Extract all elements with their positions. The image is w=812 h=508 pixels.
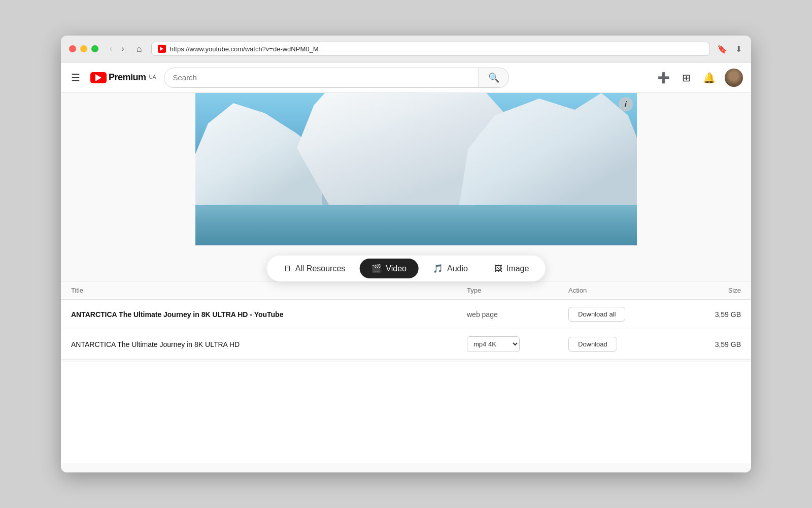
close-button[interactable]	[69, 45, 76, 52]
add-to-queue-button[interactable]: ➕	[654, 69, 673, 87]
col-size: Size	[680, 287, 741, 294]
home-button[interactable]: ⌂	[133, 43, 145, 55]
table-header: Title Type Action Size	[61, 281, 751, 300]
back-button[interactable]: ‹	[107, 43, 115, 54]
row-2-title: ANTARCTICA The Ultimate Journey in 8K UL…	[71, 340, 467, 348]
youtube-logo-icon	[90, 72, 107, 83]
grid-icon: ⊞	[682, 72, 691, 83]
all-resources-label: All Resources	[295, 264, 346, 273]
main-content: i 🖥 All Resources 🎬 Video 🎵 Audio 🖼 Imag…	[61, 93, 751, 472]
apps-grid-button[interactable]: ⊞	[679, 69, 694, 87]
url-text: https://www.youtube.com/watch?v=de-wdNPM…	[170, 45, 703, 53]
bookmark-button[interactable]: 🔖	[716, 43, 728, 55]
audio-icon: 🎵	[433, 264, 443, 273]
row-1-action: Download all	[568, 307, 680, 322]
header-actions: ➕ ⊞ 🔔	[654, 69, 743, 87]
download-all-button[interactable]: Download all	[568, 307, 625, 322]
row-1-size: 3,59 GB	[680, 310, 741, 319]
forward-button[interactable]: ›	[118, 43, 127, 54]
browser-window: ‹ › ⌂ https://www.youtube.com/watch?v=de…	[61, 36, 751, 472]
search-button[interactable]: 🔍	[479, 68, 509, 87]
water-reflection	[195, 205, 637, 245]
download-button[interactable]: Download	[568, 337, 617, 352]
bell-icon: 🔔	[703, 72, 716, 83]
row-2-size: 3,59 GB	[680, 340, 741, 348]
audio-label: Audio	[447, 264, 468, 273]
table-row: ANTARCTICA The Ultimate Journey in 8K UL…	[61, 329, 751, 360]
video-thumbnail	[195, 93, 637, 245]
filter-audio[interactable]: 🎵 Audio	[421, 259, 480, 278]
filter-video[interactable]: 🎬 Video	[359, 259, 419, 278]
download-table-area: Title Type Action Size ANTARCTICA The Ul…	[61, 281, 751, 360]
search-input[interactable]	[164, 69, 479, 86]
row-2-action: Download	[568, 337, 680, 352]
all-resources-icon: 🖥	[283, 264, 291, 273]
nav-buttons: ‹ ›	[107, 43, 127, 54]
browser-download-button[interactable]: ⬇	[734, 43, 743, 55]
notifications-button[interactable]: 🔔	[700, 69, 719, 87]
title-bar: ‹ › ⌂ https://www.youtube.com/watch?v=de…	[61, 36, 751, 62]
row-2-type: mp4 4K mp4 1080p mp4 720p mp4 480p	[467, 336, 568, 352]
youtube-logo: Premium UA	[90, 72, 156, 83]
minimize-button[interactable]	[80, 45, 87, 52]
info-icon[interactable]: i	[619, 97, 633, 111]
video-player-area: i	[195, 93, 637, 245]
add-queue-icon: ➕	[657, 72, 670, 83]
avatar[interactable]	[725, 69, 743, 87]
filter-all-resources[interactable]: 🖥 All Resources	[271, 259, 358, 278]
menu-button[interactable]: ☰	[69, 70, 82, 86]
video-icon: 🎬	[371, 264, 382, 273]
image-label: Image	[506, 264, 529, 273]
site-favicon	[158, 45, 166, 53]
col-action: Action	[568, 287, 680, 294]
traffic-lights	[69, 45, 98, 52]
image-icon: 🖼	[494, 264, 502, 273]
row-1-type: web page	[467, 310, 568, 319]
maximize-button[interactable]	[91, 45, 98, 52]
video-label: Video	[386, 264, 407, 273]
youtube-logo-text: Premium	[109, 72, 146, 83]
avatar-image	[725, 69, 743, 87]
bottom-empty-area	[61, 362, 751, 463]
address-bar[interactable]: https://www.youtube.com/watch?v=de-wdNPM…	[151, 42, 710, 56]
format-select[interactable]: mp4 4K mp4 1080p mp4 720p mp4 480p	[467, 336, 520, 352]
filter-image[interactable]: 🖼 Image	[482, 259, 541, 278]
youtube-locale: UA	[149, 74, 156, 80]
search-bar: 🔍	[164, 68, 509, 88]
table-row: ANTARCTICA The Ultimate Journey in 8K UL…	[61, 300, 751, 329]
row-1-title: ANTARCTICA The Ultimate Journey in 8K UL…	[71, 310, 467, 319]
col-type: Type	[467, 287, 568, 294]
youtube-header: ☰ Premium UA 🔍 ➕ ⊞ 🔔	[61, 62, 751, 93]
col-title: Title	[71, 287, 467, 294]
resource-filter-bar: 🖥 All Resources 🎬 Video 🎵 Audio 🖼 Image	[267, 256, 546, 281]
